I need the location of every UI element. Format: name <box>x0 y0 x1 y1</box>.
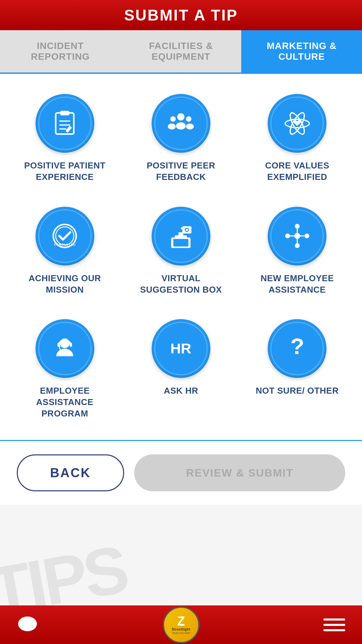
not-sure-other-icon: ? <box>268 319 326 378</box>
svg-point-24 <box>185 228 189 232</box>
svg-point-8 <box>176 122 186 130</box>
grid-item-new-employee-assistance[interactable]: NEW EMPLOYEE ASSISTANCE <box>239 200 355 303</box>
virtual-suggestion-box-icon <box>152 207 210 265</box>
watermark-area: TIPS <box>0 505 362 605</box>
svg-rect-22 <box>178 232 183 237</box>
grid-item-employee-assistance-program[interactable]: EMPLOYEE ASSISTANCE PROGRAM <box>7 312 123 427</box>
svg-rect-20 <box>173 239 189 247</box>
page-title: SUBMIT A TIP <box>124 6 238 24</box>
svg-rect-21 <box>175 235 187 239</box>
app-header: SUBMIT A TIP <box>0 0 362 30</box>
hamburger-menu-icon[interactable] <box>323 618 345 631</box>
svg-point-25 <box>186 229 188 231</box>
svg-point-31 <box>304 234 309 238</box>
bottom-bar: Z Streetlight HEALTHCARE <box>0 605 362 644</box>
svg-point-16 <box>53 225 76 247</box>
new-employee-assistance-label: NEW EMPLOYEE ASSISTANCE <box>261 273 334 296</box>
svg-point-30 <box>285 234 290 238</box>
logo-letter: Z <box>177 615 185 628</box>
positive-patient-experience-icon <box>36 94 94 153</box>
grid-item-not-sure-other[interactable]: ? NOT SURE/ OTHER <box>239 312 355 427</box>
svg-text:COMPLETED: COMPLETED <box>54 243 76 246</box>
svg-marker-6 <box>66 129 69 133</box>
logo-name: Streetlight <box>172 628 190 632</box>
svg-point-9 <box>170 116 176 121</box>
logo-sub: HEALTHCARE <box>172 632 190 635</box>
employee-assistance-program-label: EMPLOYEE ASSISTANCE PROGRAM <box>36 385 94 419</box>
core-values-exemplified-icon <box>268 94 326 153</box>
svg-rect-0 <box>56 113 74 134</box>
grid-item-virtual-suggestion-box[interactable]: VIRTUAL SUGGESTION BOX <box>123 200 239 303</box>
svg-point-27 <box>294 233 300 239</box>
grid-item-core-values-exemplified[interactable]: CORE VALUES EXEMPLIFIED <box>239 87 355 190</box>
streetlight-logo[interactable]: Z Streetlight HEALTHCARE <box>163 606 200 643</box>
chat-icon[interactable] <box>17 614 39 636</box>
grid-item-achieving-our-mission[interactable]: COMPLETED ACHIEVING OUR MISSION <box>7 200 123 303</box>
svg-point-28 <box>295 224 300 229</box>
grid-item-ask-hr[interactable]: HR ASK HR <box>123 312 239 427</box>
watermark-text: TIPS <box>0 531 131 605</box>
svg-point-11 <box>186 116 192 121</box>
tab-marketing-culture[interactable]: MARKETING & CULTURE <box>241 30 362 72</box>
svg-point-13 <box>285 119 309 128</box>
review-submit-button[interactable]: REVIEW & SUBMIT <box>134 454 345 491</box>
new-employee-assistance-icon <box>268 207 326 265</box>
core-values-exemplified-label: CORE VALUES EXEMPLIFIED <box>265 160 329 183</box>
svg-rect-1 <box>60 111 69 115</box>
positive-peer-feedback-label: POSITIVE PEER FEEDBACK <box>147 160 215 183</box>
svg-point-14 <box>288 111 307 136</box>
svg-rect-5 <box>65 126 72 133</box>
achieving-our-mission-label: ACHIEVING OUR MISSION <box>29 273 101 296</box>
positive-peer-feedback-icon <box>152 94 210 153</box>
positive-patient-experience-label: POSITIVE PATIENT EXPERIENCE <box>24 160 106 183</box>
svg-rect-38 <box>70 343 72 347</box>
tab-facilities-equipment[interactable]: FACILITIES & EQUIPMENT <box>121 30 242 72</box>
svg-text:HR: HR <box>170 340 191 356</box>
employee-assistance-program-icon <box>36 319 94 378</box>
ask-hr-label: ASK HR <box>164 385 198 397</box>
grid-item-positive-patient-experience[interactable]: POSITIVE PATIENT EXPERIENCE <box>7 87 123 190</box>
svg-point-39 <box>61 349 63 352</box>
svg-point-42 <box>18 616 37 631</box>
svg-rect-37 <box>58 343 60 347</box>
svg-text:?: ? <box>290 334 304 359</box>
achieving-our-mission-icon: COMPLETED <box>36 207 94 265</box>
svg-point-29 <box>295 243 300 248</box>
footer-actions: BACK REVIEW & SUBMIT <box>0 440 362 505</box>
svg-rect-26 <box>181 228 183 229</box>
svg-point-36 <box>60 338 70 348</box>
back-button[interactable]: BACK <box>17 454 124 491</box>
ask-hr-icon: HR <box>152 319 210 378</box>
svg-point-10 <box>168 123 176 130</box>
svg-rect-23 <box>183 226 192 234</box>
virtual-suggestion-box-label: VIRTUAL SUGGESTION BOX <box>140 273 222 296</box>
svg-rect-19 <box>171 238 191 248</box>
svg-point-15 <box>288 111 307 136</box>
tab-bar: INCIDENT REPORTING FACILITIES & EQUIPMEN… <box>0 30 362 74</box>
svg-point-7 <box>177 113 185 120</box>
category-grid: POSITIVE PATIENT EXPERIENCE POSITIVE PEE… <box>0 74 362 440</box>
grid-item-positive-peer-feedback[interactable]: POSITIVE PEER FEEDBACK <box>123 87 239 190</box>
svg-point-17 <box>56 227 74 245</box>
svg-point-12 <box>186 123 194 130</box>
tab-incident-reporting[interactable]: INCIDENT REPORTING <box>0 30 121 72</box>
not-sure-other-label: NOT SURE/ OTHER <box>256 385 339 397</box>
